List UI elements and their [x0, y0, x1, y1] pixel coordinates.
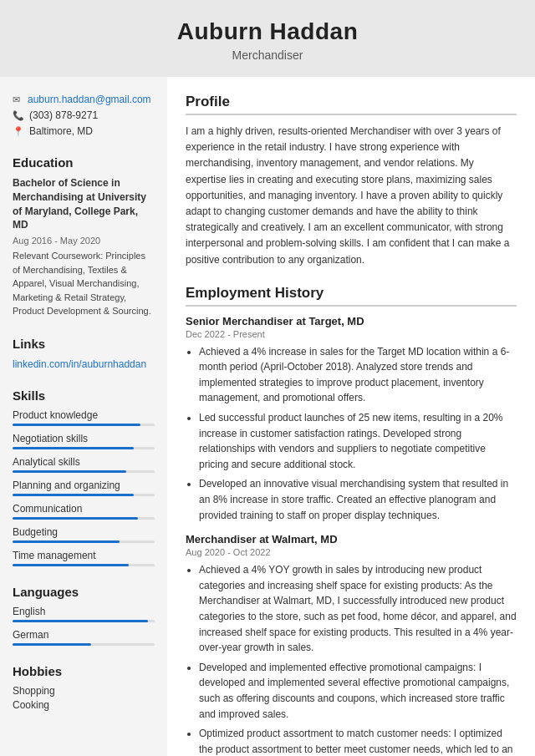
coursework-label: Relevant Coursework: [13, 251, 103, 261]
skill-item: Negotiation skills [13, 433, 155, 449]
header: Auburn Haddan Merchandiser [0, 0, 535, 77]
skill-bar-fill [13, 564, 129, 566]
hobby-item: Shopping [13, 685, 155, 697]
content-area: Profile I am a highly driven, results-or… [167, 77, 535, 756]
skill-item: Budgeting [13, 526, 155, 543]
skill-bar-fill [13, 540, 120, 543]
job-bullets-list: Achieved a 4% increase in sales for the … [186, 344, 517, 524]
job-bullet: Developed and implemented effective prom… [199, 660, 517, 722]
lang-bar-fill [13, 643, 91, 646]
email-link[interactable]: auburn.haddan@gmail.com [28, 94, 151, 105]
edu-coursework: Relevant Coursework: Principles of Merch… [13, 249, 155, 318]
links-section: Links linkedin.com/in/auburnhaddan [13, 337, 155, 370]
languages-title: Languages [13, 585, 155, 599]
job-date: Dec 2022 - Present [186, 329, 517, 339]
candidate-title: Merchandiser [17, 48, 518, 62]
location-value: Baltimore, MD [29, 125, 93, 137]
main-layout: ✉ auburn.haddan@gmail.com 📞 (303) 878-92… [0, 77, 535, 756]
contact-section: ✉ auburn.haddan@gmail.com 📞 (303) 878-92… [13, 94, 155, 137]
job-bullet: Optimized product assortment to match cu… [199, 726, 517, 756]
links-title: Links [13, 337, 155, 351]
skill-bar-bg [13, 447, 155, 449]
sidebar: ✉ auburn.haddan@gmail.com 📞 (303) 878-92… [0, 77, 167, 756]
candidate-name: Auburn Haddan [17, 18, 518, 45]
language-label: English [13, 606, 155, 617]
job-bullet: Achieved a 4% YOY growth in sales by int… [199, 562, 517, 656]
skill-label: Analytical skills [13, 456, 155, 468]
hobbies-list: ShoppingCooking [13, 685, 155, 711]
skills-title: Skills [13, 388, 155, 403]
profile-section: Profile I am a highly driven, results-or… [186, 94, 517, 268]
skill-item: Analytical skills [13, 456, 155, 473]
job-bullet: Achieved a 4% increase in sales for the … [199, 344, 517, 406]
skill-label: Negotiation skills [13, 433, 155, 444]
profile-text: I am a highly driven, results-oriented M… [186, 124, 517, 268]
edu-dates: Aug 2016 - May 2020 [13, 236, 155, 246]
employment-section-title: Employment History [186, 285, 517, 307]
skill-label: Planning and organizing [13, 479, 155, 491]
education-title: Education [13, 155, 155, 170]
language-label: German [13, 629, 155, 641]
skill-bar-fill [13, 517, 138, 520]
job-title: Senior Merchandiser at Target, MD [186, 315, 517, 327]
skills-section: Skills Product knowledge Negotiation ski… [13, 388, 155, 566]
skill-bar-bg [13, 424, 155, 426]
email-icon: ✉ [13, 94, 23, 105]
location-icon: 📍 [13, 126, 24, 137]
employment-section: Employment History Senior Merchandiser a… [186, 285, 517, 756]
job-title: Merchandiser at Walmart, MD [186, 533, 517, 545]
location-item: 📍 Baltimore, MD [13, 125, 155, 137]
job-bullet: Led successful product launches of 25 ne… [199, 410, 517, 472]
skill-item: Product knowledge [13, 409, 155, 426]
skills-list: Product knowledge Negotiation skills Ana… [13, 409, 155, 566]
lang-bar-fill [13, 620, 148, 622]
languages-section: Languages English German [13, 585, 155, 646]
phone-value: (303) 878-9271 [29, 109, 98, 121]
skill-bar-bg [13, 517, 155, 520]
education-section: Education Bachelor of Science in Merchan… [13, 155, 155, 318]
job-entry: Senior Merchandiser at Target, MD Dec 20… [186, 315, 517, 524]
skill-label: Communication [13, 503, 155, 515]
skill-bar-fill [13, 494, 134, 496]
languages-list: English German [13, 606, 155, 646]
profile-section-title: Profile [186, 94, 517, 115]
hobby-item: Cooking [13, 699, 155, 711]
skill-item: Time management [13, 550, 155, 566]
skill-bar-bg [13, 540, 155, 543]
skill-label: Product knowledge [13, 409, 155, 421]
skill-label: Budgeting [13, 526, 155, 538]
job-date: Aug 2020 - Oct 2022 [186, 547, 517, 557]
skill-bar-bg [13, 564, 155, 566]
skill-bar-fill [13, 470, 126, 473]
skill-item: Communication [13, 503, 155, 520]
phone-item: 📞 (303) 878-9271 [13, 109, 155, 121]
hobbies-section: Hobbies ShoppingCooking [13, 664, 155, 711]
skill-bar-fill [13, 424, 140, 426]
job-bullet: Developed an innovative visual merchandi… [199, 476, 517, 523]
job-entry: Merchandiser at Walmart, MD Aug 2020 - O… [186, 533, 517, 756]
lang-bar-bg [13, 643, 155, 646]
skill-item: Planning and organizing [13, 479, 155, 496]
skill-bar-bg [13, 470, 155, 473]
job-bullets-list: Achieved a 4% YOY growth in sales by int… [186, 562, 517, 756]
skill-label: Time management [13, 550, 155, 561]
lang-bar-bg [13, 620, 155, 622]
linkedin-link[interactable]: linkedin.com/in/auburnhaddan [13, 358, 146, 370]
edu-degree: Bachelor of Science in Merchandising at … [13, 176, 155, 232]
phone-icon: 📞 [13, 110, 24, 121]
skill-bar-bg [13, 494, 155, 496]
jobs-list: Senior Merchandiser at Target, MD Dec 20… [186, 315, 517, 756]
skill-bar-fill [13, 447, 134, 449]
email-item: ✉ auburn.haddan@gmail.com [13, 94, 155, 105]
language-item: German [13, 629, 155, 646]
language-item: English [13, 606, 155, 622]
hobbies-title: Hobbies [13, 664, 155, 678]
